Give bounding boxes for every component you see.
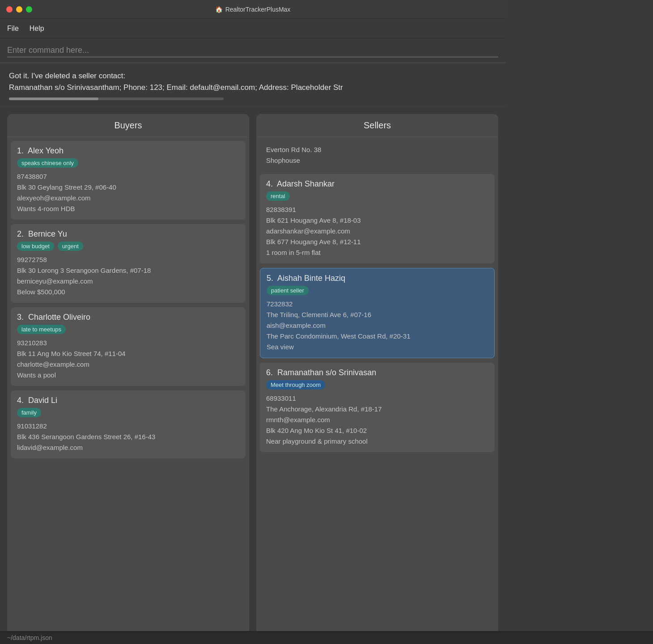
- buyers-panel: Buyers 1. Alex Yeoh speaks chinese only …: [7, 114, 249, 644]
- buyer-info-2: 99272758 Blk 30 Lorong 3 Serangoon Garde…: [17, 254, 239, 297]
- buyer-card-4[interactable]: 4. David Li family 91031282 Blk 436 Sera…: [11, 390, 246, 458]
- buyer-tags-4: family: [17, 408, 239, 417]
- buyer-info-4: 91031282 Blk 436 Serangoon Gardens Stree…: [17, 421, 239, 453]
- buyer-name-3: 3. Charlotte Oliveiro: [17, 313, 239, 322]
- seller-tags-6: Meet through zoom: [266, 380, 488, 390]
- status-bar: ~/data/rtpm.json: [0, 631, 505, 644]
- seller-info-4: 82838391 Blk 621 Hougang Ave 8, #18-03 a…: [266, 204, 488, 258]
- minimize-button[interactable]: [16, 6, 22, 13]
- buyer-card-1[interactable]: 1. Alex Yeoh speaks chinese only 8743880…: [11, 141, 246, 220]
- seller-tags-4: rental: [266, 191, 488, 201]
- buyers-list: 1. Alex Yeoh speaks chinese only 8743880…: [7, 137, 249, 644]
- scroll-indicator: [9, 97, 496, 100]
- command-input[interactable]: [7, 44, 498, 57]
- tag-low-budget: low budget: [17, 242, 54, 251]
- buyer-name-4: 4. David Li: [17, 396, 239, 405]
- sellers-header: Sellers: [256, 114, 498, 137]
- seller-partial-info: Everton Rd No. 38 Shophouse: [266, 144, 488, 166]
- title-bar: 🏠 RealtorTrackerPlusMax: [0, 0, 505, 19]
- command-bar: [0, 38, 505, 63]
- tag-meet-through-zoom: Meet through zoom: [266, 380, 325, 390]
- seller-card-6[interactable]: 6. Ramanathan s/o Srinivasan Meet throug…: [260, 363, 495, 452]
- seller-card-4[interactable]: 4. Adarsh Shankar rental 82838391 Blk 62…: [260, 174, 495, 263]
- seller-name-6: 6. Ramanathan s/o Srinivasan: [266, 368, 488, 377]
- buyer-info-1: 87438807 Blk 30 Geylang Street 29, #06-4…: [17, 171, 239, 214]
- seller-info-5: 7232832 The Trilinq, Clementi Ave 6, #07…: [267, 299, 488, 352]
- tag-speaks-chinese: speaks chinese only: [17, 158, 78, 168]
- panels-container: Buyers 1. Alex Yeoh speaks chinese only …: [0, 107, 505, 644]
- window-title: 🏠 RealtorTrackerPlusMax: [215, 6, 291, 13]
- sellers-panel: Sellers Everton Rd No. 38 Shophouse 4. A…: [256, 114, 498, 644]
- notification-line1: Got it. I've deleted a seller contact:: [9, 70, 496, 82]
- status-text: ~/data/rtpm.json: [7, 634, 52, 641]
- tag-urgent: urgent: [58, 242, 83, 251]
- traffic-lights: [6, 6, 32, 13]
- menu-file[interactable]: File: [7, 25, 19, 33]
- close-button[interactable]: [6, 6, 13, 13]
- buyer-tags-2: low budget urgent: [17, 242, 239, 251]
- tag-family: family: [17, 408, 41, 417]
- buyer-name-1: 1. Alex Yeoh: [17, 146, 239, 156]
- app-icon: 🏠: [215, 6, 223, 13]
- maximize-button[interactable]: [26, 6, 32, 13]
- buyer-name-2: 2. Bernice Yu: [17, 229, 239, 239]
- seller-name-4: 4. Adarsh Shankar: [266, 179, 488, 189]
- notification-line2: Ramanathan s/o Srinivasantham; Phone: 12…: [9, 82, 496, 93]
- scroll-thumb[interactable]: [9, 97, 98, 100]
- seller-name-5: 5. Aishah Binte Haziq: [267, 274, 488, 283]
- sellers-list: Everton Rd No. 38 Shophouse 4. Adarsh Sh…: [256, 137, 498, 644]
- scroll-track: [9, 97, 224, 100]
- buyer-tags-3: late to meetups: [17, 325, 239, 334]
- tag-rental: rental: [266, 191, 290, 201]
- seller-tags-5: patient seller: [267, 286, 488, 295]
- buyer-tags-1: speaks chinese only: [17, 158, 239, 168]
- buyers-header: Buyers: [7, 114, 249, 137]
- seller-card-partial: Everton Rd No. 38 Shophouse: [260, 141, 495, 169]
- notification-area: Got it. I've deleted a seller contact: R…: [0, 63, 505, 107]
- seller-info-6: 68933011 The Anchorage, Alexandria Rd, #…: [266, 393, 488, 447]
- buyer-card-2[interactable]: 2. Bernice Yu low budget urgent 99272758…: [11, 224, 246, 303]
- buyer-info-3: 93210283 Blk 11 Ang Mo Kio Street 74, #1…: [17, 338, 239, 381]
- seller-card-5[interactable]: 5. Aishah Binte Haziq patient seller 723…: [260, 268, 495, 358]
- menu-bar: File Help: [0, 19, 505, 38]
- buyer-card-3[interactable]: 3. Charlotte Oliveiro late to meetups 93…: [11, 307, 246, 386]
- menu-help[interactable]: Help: [30, 25, 44, 33]
- tag-late-to-meetups: late to meetups: [17, 325, 66, 334]
- tag-patient-seller: patient seller: [267, 286, 309, 295]
